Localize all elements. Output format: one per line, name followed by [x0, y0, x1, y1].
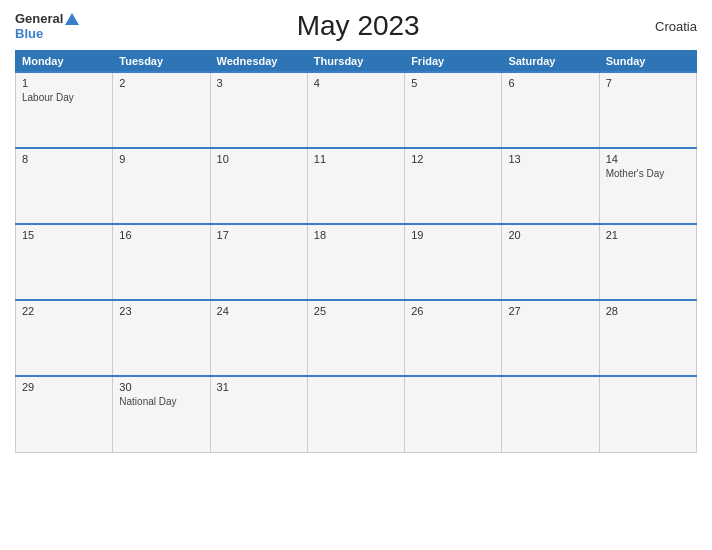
- day-number: 3: [217, 77, 301, 89]
- calendar-cell: 15: [16, 224, 113, 300]
- day-number: 10: [217, 153, 301, 165]
- calendar-cell: 2: [113, 72, 210, 148]
- calendar-cell: 18: [307, 224, 404, 300]
- calendar-cell: 20: [502, 224, 599, 300]
- day-event: Mother's Day: [606, 168, 665, 179]
- calendar-cell: [405, 376, 502, 452]
- day-number: 13: [508, 153, 592, 165]
- header: General Blue May 2023 Croatia: [15, 10, 697, 42]
- day-number: 29: [22, 381, 106, 393]
- day-number: 14: [606, 153, 690, 165]
- calendar-cell: 7: [599, 72, 696, 148]
- month-title: May 2023: [79, 10, 637, 42]
- day-number: 27: [508, 305, 592, 317]
- col-wednesday: Wednesday: [210, 51, 307, 73]
- logo-blue-text: Blue: [15, 26, 43, 41]
- calendar-cell: 23: [113, 300, 210, 376]
- calendar-header-row: Monday Tuesday Wednesday Thursday Friday…: [16, 51, 697, 73]
- calendar-cell: 16: [113, 224, 210, 300]
- calendar-cell: 26: [405, 300, 502, 376]
- calendar-cell: 25: [307, 300, 404, 376]
- day-number: 4: [314, 77, 398, 89]
- logo-general-text: General: [15, 11, 63, 26]
- day-number: 16: [119, 229, 203, 241]
- calendar-week-4: 22232425262728: [16, 300, 697, 376]
- day-number: 22: [22, 305, 106, 317]
- calendar-cell: 3: [210, 72, 307, 148]
- col-tuesday: Tuesday: [113, 51, 210, 73]
- calendar-cell: 10: [210, 148, 307, 224]
- day-number: 30: [119, 381, 203, 393]
- col-friday: Friday: [405, 51, 502, 73]
- day-number: 6: [508, 77, 592, 89]
- day-number: 11: [314, 153, 398, 165]
- calendar-cell: [502, 376, 599, 452]
- day-number: 20: [508, 229, 592, 241]
- col-thursday: Thursday: [307, 51, 404, 73]
- calendar-cell: 12: [405, 148, 502, 224]
- day-number: 5: [411, 77, 495, 89]
- calendar-page: General Blue May 2023 Croatia Monday Tue…: [0, 0, 712, 550]
- day-number: 8: [22, 153, 106, 165]
- calendar-cell: 31: [210, 376, 307, 452]
- calendar-cell: 17: [210, 224, 307, 300]
- day-number: 9: [119, 153, 203, 165]
- calendar-cell: 24: [210, 300, 307, 376]
- day-number: 19: [411, 229, 495, 241]
- day-number: 24: [217, 305, 301, 317]
- day-number: 17: [217, 229, 301, 241]
- calendar-week-3: 15161718192021: [16, 224, 697, 300]
- calendar-cell: 9: [113, 148, 210, 224]
- calendar-cell: 30National Day: [113, 376, 210, 452]
- col-sunday: Sunday: [599, 51, 696, 73]
- day-number: 28: [606, 305, 690, 317]
- col-monday: Monday: [16, 51, 113, 73]
- day-number: 7: [606, 77, 690, 89]
- calendar-cell: 1Labour Day: [16, 72, 113, 148]
- calendar-week-5: 2930National Day31: [16, 376, 697, 452]
- day-event: Labour Day: [22, 92, 74, 103]
- calendar-cell: 22: [16, 300, 113, 376]
- logo: General Blue: [15, 11, 79, 41]
- day-number: 21: [606, 229, 690, 241]
- calendar-table: Monday Tuesday Wednesday Thursday Friday…: [15, 50, 697, 453]
- day-number: 12: [411, 153, 495, 165]
- day-number: 18: [314, 229, 398, 241]
- logo-triangle-icon: [65, 13, 79, 25]
- calendar-cell: 28: [599, 300, 696, 376]
- day-number: 2: [119, 77, 203, 89]
- country-label: Croatia: [637, 19, 697, 34]
- calendar-cell: 5: [405, 72, 502, 148]
- calendar-cell: [599, 376, 696, 452]
- col-saturday: Saturday: [502, 51, 599, 73]
- calendar-cell: 29: [16, 376, 113, 452]
- calendar-cell: 8: [16, 148, 113, 224]
- day-number: 25: [314, 305, 398, 317]
- day-event: National Day: [119, 396, 176, 407]
- day-number: 31: [217, 381, 301, 393]
- day-number: 1: [22, 77, 106, 89]
- calendar-cell: 19: [405, 224, 502, 300]
- calendar-cell: [307, 376, 404, 452]
- calendar-cell: 6: [502, 72, 599, 148]
- day-number: 26: [411, 305, 495, 317]
- calendar-cell: 4: [307, 72, 404, 148]
- calendar-week-1: 1Labour Day234567: [16, 72, 697, 148]
- calendar-cell: 11: [307, 148, 404, 224]
- calendar-cell: 13: [502, 148, 599, 224]
- calendar-week-2: 891011121314Mother's Day: [16, 148, 697, 224]
- calendar-cell: 14Mother's Day: [599, 148, 696, 224]
- calendar-cell: 27: [502, 300, 599, 376]
- day-number: 23: [119, 305, 203, 317]
- day-number: 15: [22, 229, 106, 241]
- calendar-cell: 21: [599, 224, 696, 300]
